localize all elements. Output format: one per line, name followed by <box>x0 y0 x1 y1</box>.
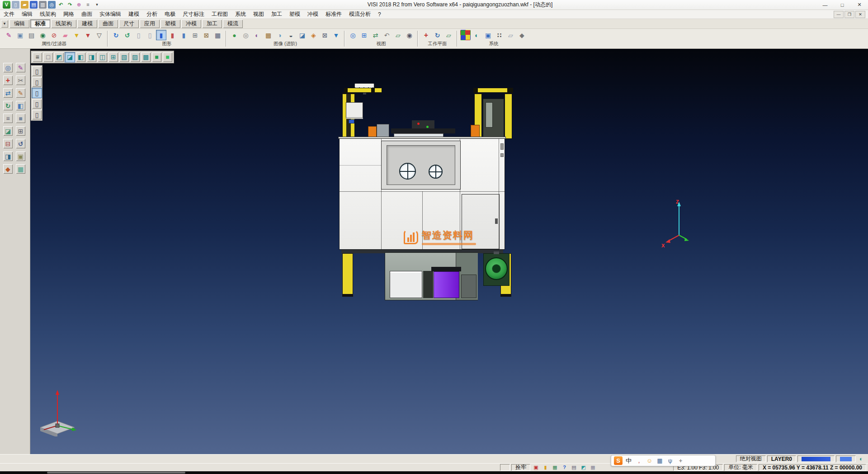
trim-icon[interactable]: ✂ <box>15 75 26 85</box>
link-entities-icon[interactable]: ◉ <box>38 30 48 40</box>
transform-icon[interactable]: ⇄ <box>3 88 13 98</box>
ime-mode-chinese[interactable]: 中 <box>624 456 633 465</box>
axonometric-view-icon[interactable]: ▩ <box>141 52 151 62</box>
transparency-icon[interactable]: ◑ <box>274 30 285 40</box>
minimize-button[interactable]: — <box>816 0 834 9</box>
back-view-icon[interactable]: ◨ <box>86 52 97 62</box>
box-wireframe-icon[interactable]: ⊠ <box>201 30 212 40</box>
section-view-icon[interactable]: ◪ <box>297 30 307 40</box>
view-properties-icon[interactable]: ▮ <box>179 30 189 40</box>
viewport-3d[interactable]: ≡□◩◪◧◨◫⊞▧▨▩■■ ▯▯▯▯▯ <box>30 49 868 454</box>
toolbar-tab[interactable]: 标准 <box>30 19 50 28</box>
close-button[interactable]: ✕ <box>851 0 868 9</box>
mdi-minimize-button[interactable]: — <box>834 11 844 18</box>
snap-lock-icon[interactable]: ▮ <box>541 464 550 471</box>
menu-item[interactable]: 系统 <box>231 10 250 19</box>
toolbar-tab[interactable]: 冲模 <box>181 19 201 28</box>
save-file-icon[interactable]: ▤ <box>30 1 38 9</box>
ime-settings-icon[interactable]: + <box>676 456 685 465</box>
iso-view-icon[interactable]: ◩ <box>54 52 64 62</box>
menu-item[interactable]: 建模 <box>125 10 143 19</box>
color-status-icon[interactable]: ▦ <box>551 464 559 471</box>
qat-dropdown-icon[interactable]: ▾ <box>93 1 101 9</box>
view-undo-icon[interactable]: ↺ <box>15 138 26 149</box>
absolute-view-field[interactable]: 绝对视图 <box>736 455 766 462</box>
toolbar-tab[interactable]: 加工 <box>202 19 222 28</box>
solids-icon[interactable]: ■ <box>15 113 26 123</box>
system-plane-icon[interactable]: ▱ <box>505 30 516 40</box>
eraser-icon[interactable]: ▰ <box>60 30 71 40</box>
toolbar-tab[interactable]: 应用 <box>140 19 160 28</box>
fill-color-icon[interactable]: ◆ <box>3 164 13 174</box>
render-cube-icon[interactable]: ■ <box>162 52 173 62</box>
grid-snap-icon[interactable]: ∷ <box>494 30 505 40</box>
workplane-rotate-icon[interactable]: ↻ <box>432 30 443 40</box>
top-view-icon[interactable]: ▧ <box>119 52 129 62</box>
zoom-window-icon[interactable]: ⊞ <box>359 30 369 40</box>
wire-box-icon[interactable]: ⊞ <box>15 126 26 136</box>
wireframe-render-icon[interactable]: ◎ <box>241 30 251 40</box>
axes-icon[interactable]: + <box>3 75 13 85</box>
layer-field[interactable]: LAYER0 <box>767 455 796 462</box>
mdi-restore-button[interactable]: ❐ <box>844 11 854 18</box>
menu-item[interactable]: 工程图 <box>208 10 231 19</box>
mdi-close-button[interactable]: ✕ <box>855 11 865 18</box>
hidden-line-icon[interactable]: ◐ <box>252 30 262 40</box>
surfaces-icon[interactable]: ◪ <box>3 126 13 136</box>
unlink-entities-icon[interactable]: ⊘ <box>49 30 59 40</box>
render-filter-icon[interactable]: ▼ <box>331 30 341 40</box>
units-field[interactable]: 单位: 毫米 <box>724 464 757 471</box>
layer-color-bar-secondary[interactable] <box>836 455 856 462</box>
view-options-icon[interactable]: ◉ <box>404 30 415 40</box>
shaded-cube-icon[interactable]: ■ <box>151 52 162 62</box>
menu-item[interactable]: 线架构 <box>36 10 60 19</box>
sogou-logo-icon[interactable]: S <box>614 456 623 465</box>
filter-panel-icon[interactable]: ▯ <box>32 66 42 76</box>
grid-status-icon[interactable]: ▦ <box>589 464 597 471</box>
box-display-icon[interactable]: ⊞ <box>190 30 200 40</box>
ime-toolbar[interactable]: S中，☺▦ψ+ <box>611 455 716 466</box>
snapshot-icon[interactable]: ▣ <box>483 30 493 40</box>
app-logo-icon[interactable]: V <box>3 1 10 9</box>
menu-item[interactable]: 电极 <box>161 10 179 19</box>
taskbar-item[interactable] <box>47 472 185 474</box>
new-file-icon[interactable]: ▯ <box>12 1 19 9</box>
mirror-icon[interactable]: ◧ <box>15 100 26 111</box>
snap-lock-field[interactable]: 拴牢 <box>511 464 530 471</box>
grid-box-icon[interactable]: ▦ <box>212 30 223 40</box>
previous-view-icon[interactable]: ↶ <box>382 30 392 40</box>
menu-item[interactable]: 曲面 <box>78 10 96 19</box>
layer-color-bar[interactable] <box>797 455 835 462</box>
menu-item[interactable]: ? <box>374 10 385 19</box>
options-icon[interactable]: ≡ <box>84 1 92 9</box>
taskbar[interactable] <box>0 471 868 474</box>
rotate-icon[interactable]: ↻ <box>3 100 13 111</box>
menu-item[interactable]: 分析 <box>143 10 161 19</box>
front-view-icon[interactable]: ◧ <box>75 52 86 62</box>
menu-item[interactable]: 视图 <box>250 10 268 19</box>
open-file-icon[interactable]: ▰ <box>21 1 28 9</box>
ime-mic-icon[interactable]: ψ <box>666 456 675 465</box>
shading-icon[interactable]: ◨ <box>3 151 13 161</box>
workplane-align-icon[interactable]: ▱ <box>443 30 454 40</box>
menu-item[interactable]: 模流分析 <box>345 10 374 19</box>
texture-render-icon[interactable]: ▩ <box>263 30 274 40</box>
dynamic-view-icon[interactable]: ◪ <box>65 52 75 62</box>
toolbar-tab[interactable]: 建模 <box>77 19 97 28</box>
clip-plane-icon[interactable]: ⊠ <box>320 30 330 40</box>
active-view-icon[interactable]: ▮ <box>156 30 166 40</box>
redraw-icon[interactable]: ↻ <box>111 30 121 40</box>
view-plane-icon[interactable]: □ <box>43 52 53 62</box>
bottom-view-icon[interactable]: ▨ <box>130 52 140 62</box>
ime-keyboard-icon[interactable]: ▦ <box>656 456 664 465</box>
menu-item[interactable]: 编辑 <box>18 10 36 19</box>
delete-view-icon[interactable]: ▮ <box>167 30 178 40</box>
system-material-icon[interactable]: ◆ <box>517 30 527 40</box>
modify-icon[interactable]: ✎ <box>15 88 26 98</box>
ime-emoji-icon[interactable]: ☺ <box>645 456 654 465</box>
print-preview-icon[interactable]: ◎ <box>48 1 56 9</box>
menu-item[interactable]: 塑模 <box>286 10 304 19</box>
pan-view-icon[interactable]: ⇄ <box>370 30 381 40</box>
zoom-all-icon[interactable]: ◎ <box>348 30 358 40</box>
history-panel-icon[interactable]: ▯ <box>32 77 42 87</box>
